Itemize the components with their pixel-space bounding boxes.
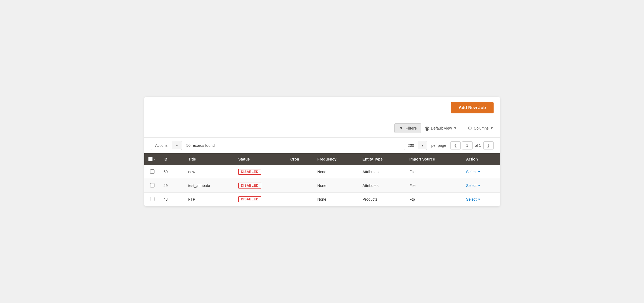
row-frequency: None: [314, 179, 359, 193]
pagination: ❮ of 1 ❯: [450, 141, 493, 149]
row-action: Select ▼: [463, 193, 500, 206]
th-cron: Cron: [287, 153, 314, 165]
add-new-job-button[interactable]: Add New Job: [451, 102, 493, 113]
per-page-select[interactable]: 200 ▼: [404, 141, 427, 150]
th-frequency-label: Frequency: [317, 157, 336, 161]
th-checkbox: ▼: [144, 153, 160, 165]
eye-icon: ◉: [425, 125, 429, 131]
actions-dropdown[interactable]: Actions ▼: [151, 141, 182, 150]
th-title: Title: [185, 153, 235, 165]
select-all-checkbox[interactable]: [148, 157, 153, 161]
status-badge: DISABLED: [238, 169, 261, 175]
columns-selector[interactable]: ⚙ Columns ▼: [468, 125, 493, 131]
row-frequency: None: [314, 165, 359, 179]
page-of: of 1: [474, 143, 482, 148]
action-select-chevron-icon: ▼: [478, 198, 481, 201]
row-title: test_attribute: [185, 179, 235, 193]
id-sort-icon[interactable]: ↑: [169, 158, 171, 161]
right-controls: 200 ▼ per page ❮ of 1 ❯: [404, 141, 494, 150]
row-action: Select ▼: [463, 165, 500, 179]
table-row: 50 new DISABLED None Attributes File Sel…: [144, 165, 500, 179]
row-id: 49: [160, 179, 185, 193]
gear-icon: ⚙: [468, 125, 472, 131]
table-row: 48 FTP DISABLED None Products Ftp Select…: [144, 193, 500, 206]
row-checkbox[interactable]: [150, 183, 154, 187]
main-card: Add New Job ▼ Filters ◉ Default View ▼ ⚙…: [144, 97, 500, 206]
th-cron-label: Cron: [290, 157, 299, 161]
th-entity-type: Entity Type: [359, 153, 406, 165]
th-status-label: Status: [238, 157, 250, 161]
prev-page-button[interactable]: ❮: [450, 141, 461, 149]
row-checkbox[interactable]: [150, 169, 154, 174]
row-status: DISABLED: [235, 165, 287, 179]
row-import-source: Ftp: [406, 193, 463, 206]
filters-label: Filters: [405, 126, 417, 130]
toolbar-row: ▼ Filters ◉ Default View ▼ ⚙ Columns ▼: [144, 119, 500, 138]
row-import-source: File: [406, 165, 463, 179]
row-checkbox-cell: [144, 165, 160, 179]
action-select-chevron-icon: ▼: [478, 170, 481, 173]
row-id: 48: [160, 193, 185, 206]
th-entity-type-label: Entity Type: [363, 157, 383, 161]
next-page-button[interactable]: ❯: [483, 141, 494, 149]
table-row: 49 test_attribute DISABLED None Attribut…: [144, 179, 500, 193]
select-all-chevron-icon[interactable]: ▼: [154, 158, 156, 161]
row-frequency: None: [314, 193, 359, 206]
th-import-source-label: Import Source: [409, 157, 435, 161]
records-found: 50 records found: [186, 143, 215, 148]
row-status: DISABLED: [235, 193, 287, 206]
action-select-button[interactable]: Select ▼: [466, 170, 497, 174]
th-import-source: Import Source: [406, 153, 463, 165]
row-title: FTP: [185, 193, 235, 206]
action-select-chevron-icon: ▼: [478, 184, 481, 187]
status-badge: DISABLED: [238, 183, 261, 189]
columns-label: Columns: [474, 126, 488, 130]
columns-chevron-icon: ▼: [490, 126, 494, 130]
default-view-chevron-icon: ▼: [453, 126, 457, 130]
row-entity-type: Attributes: [359, 179, 406, 193]
row-entity-type: Attributes: [359, 165, 406, 179]
row-status: DISABLED: [235, 179, 287, 193]
toolbar-divider: [462, 124, 462, 132]
default-view-selector[interactable]: ◉ Default View ▼: [425, 125, 457, 131]
card-header: Add New Job: [144, 97, 500, 119]
table-header-row: ▼ ID ↑ Title Status Cron: [144, 153, 500, 165]
row-cron: [287, 193, 314, 206]
table-wrapper: ▼ ID ↑ Title Status Cron: [144, 153, 500, 206]
th-action-label: Action: [466, 157, 478, 161]
row-import-source: File: [406, 179, 463, 193]
per-page-arrow[interactable]: ▼: [418, 141, 427, 149]
page-number-input[interactable]: [462, 141, 473, 149]
row-entity-type: Products: [359, 193, 406, 206]
row-id: 50: [160, 165, 185, 179]
th-action: Action: [463, 153, 500, 165]
status-badge: DISABLED: [238, 196, 261, 202]
per-page-value: 200: [404, 141, 418, 150]
row-action: Select ▼: [463, 179, 500, 193]
th-frequency: Frequency: [314, 153, 359, 165]
row-checkbox-cell: [144, 193, 160, 206]
filters-button[interactable]: ▼ Filters: [394, 123, 421, 133]
action-select-button[interactable]: Select ▼: [466, 197, 497, 201]
row-checkbox-cell: [144, 179, 160, 193]
per-page-label: per page: [429, 143, 448, 148]
filter-icon: ▼: [399, 126, 403, 131]
jobs-table: ▼ ID ↑ Title Status Cron: [144, 153, 500, 206]
left-controls: Actions ▼ 50 records found: [151, 141, 215, 150]
controls-row: Actions ▼ 50 records found 200 ▼ per pag…: [144, 138, 500, 153]
th-id-label: ID: [164, 157, 167, 161]
default-view-label: Default View: [431, 126, 452, 130]
row-checkbox[interactable]: [150, 197, 154, 201]
row-cron: [287, 165, 314, 179]
th-title-label: Title: [188, 157, 196, 161]
actions-dropdown-arrow[interactable]: ▼: [172, 141, 182, 149]
th-id: ID ↑: [160, 153, 185, 165]
action-select-button[interactable]: Select ▼: [466, 183, 497, 188]
actions-label: Actions: [151, 141, 172, 150]
row-title: new: [185, 165, 235, 179]
table-body: 50 new DISABLED None Attributes File Sel…: [144, 165, 500, 206]
th-status: Status: [235, 153, 287, 165]
row-cron: [287, 179, 314, 193]
